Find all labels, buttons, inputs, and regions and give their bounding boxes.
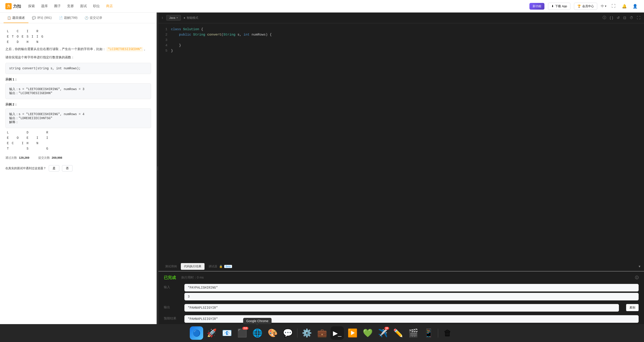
code-line-5: 5 } xyxy=(162,48,640,54)
submissions-icon: 🕐 xyxy=(84,16,88,20)
nav-item-jobs[interactable]: 职位 xyxy=(93,4,100,8)
output-row: 输出 "PAHNAPLSIIGYIR" 差别 xyxy=(164,304,639,312)
code-line-1: 1 class Solution { xyxy=(162,27,640,32)
fullscreen-icon[interactable]: ⛶ xyxy=(637,16,640,20)
expand-icon[interactable]: ⛶ xyxy=(610,3,617,10)
telegram-icon: ✈️ xyxy=(378,328,388,338)
problem-text-2: 请你实现这个将字符串进行指定行数变换的函数： xyxy=(5,55,151,60)
result-status: 已完成 执行用时：0 ms ⓘ xyxy=(164,275,639,280)
input-label: 输入 xyxy=(164,284,177,289)
dock-item-trash[interactable]: 🗑 xyxy=(441,326,454,340)
tab-solutions[interactable]: 📄 题解(799) xyxy=(55,16,81,23)
wechat-icon: 💚 xyxy=(363,328,373,338)
dock-item-outlook[interactable]: 📧 xyxy=(220,326,234,340)
nav-item-problems[interactable]: 题库 xyxy=(41,4,48,8)
dock-item-chrome[interactable]: Google Chrome 🌐 xyxy=(250,326,264,340)
language-selector[interactable]: 中 ▾ xyxy=(601,4,606,8)
panel-divider[interactable] xyxy=(157,12,158,324)
input-value-2: 3 xyxy=(184,293,639,301)
braces-icon[interactable]: { } xyxy=(610,16,613,20)
messages-icon: 💬 xyxy=(283,328,293,338)
ai-mode-toggle[interactable]: ● 智能模式 xyxy=(184,16,198,20)
no-button[interactable]: 否 xyxy=(62,165,72,171)
nav-item-shop[interactable]: 商店 xyxy=(106,4,113,8)
language-selector-editor[interactable]: Java ▾ xyxy=(166,15,181,20)
dock-separator-2 xyxy=(438,329,438,338)
tab-comments[interactable]: 💬 评论 (991) xyxy=(28,16,55,23)
launchpad-icon: 🚀 xyxy=(207,328,217,338)
pass-count-value: 129,269 xyxy=(19,156,29,159)
dock-item-terminal[interactable]: ▶_ xyxy=(330,326,344,340)
code-line-2: 2 public String convert(String s, int nu… xyxy=(162,32,640,37)
dock-item-telegram[interactable]: ✈️ 69 xyxy=(376,326,390,340)
tab-debugger[interactable]: 调试器 🔒 Beta xyxy=(206,263,235,270)
expected-value: "PAHNAPLSIIGYIR" xyxy=(184,315,639,323)
tab-exec-result[interactable]: 代码执行结果 xyxy=(181,263,204,270)
dock-item-paint[interactable]: 🎨 xyxy=(266,326,279,340)
main-layout: 📋 题目描述 💬 评论 (991) 📄 题解(799) 🕐 提交记录 L.C.I… xyxy=(0,12,644,324)
bottom-tabs: 测试用例 代码执行结果 调试器 🔒 Beta ▾ xyxy=(158,262,644,271)
zigzag-grid-top: L.C.I.R ETOESIIG E.D.H.N xyxy=(5,29,45,45)
right-panel: i Java ▾ ● 智能模式 ⓘ { } ↺ ⊡ ⏱ ⛶ 1 class S xyxy=(158,12,644,324)
dock-item-app16[interactable]: 📱 xyxy=(422,326,435,340)
chrome-icon: 🌐 xyxy=(252,328,262,338)
lock-icon: 🔒 xyxy=(219,265,223,268)
left-tabs: 📋 题目描述 💬 评论 (991) 📄 题解(799) 🕐 提交记录 xyxy=(0,12,156,23)
nav-item-contest[interactable]: 竞赛 xyxy=(67,4,74,8)
paint-icon: 🎨 xyxy=(268,328,278,338)
dock-item-wechat[interactable]: 💚 xyxy=(361,326,374,340)
expected-row: 预期结果 "PAHNAPLSIIGYIR" xyxy=(164,315,639,323)
outlook-icon: 📧 xyxy=(222,328,232,338)
status-info-icon[interactable]: ⓘ xyxy=(635,275,639,280)
diff-button[interactable]: 差别 xyxy=(626,304,639,311)
dock-item-system-prefs[interactable]: ⚙️ xyxy=(300,326,314,340)
tab-description[interactable]: 📋 题目描述 xyxy=(4,16,28,23)
input-value-1: "PAYPALISHIRING" xyxy=(184,284,639,292)
nav-item-explore[interactable]: 探索 xyxy=(28,4,35,8)
avatar-icon[interactable]: 👤 xyxy=(632,3,639,10)
dock-item-messages[interactable]: 💬 xyxy=(281,326,294,340)
code-line-3: 3 xyxy=(162,37,640,43)
dock-item-launchpad[interactable]: 🚀 xyxy=(205,326,218,340)
problem-text-1: 之后，你的输出需要从左往右逐行读取，产生出一个新的字符串，比如： "LCIRET… xyxy=(5,46,151,52)
code-editor[interactable]: 1 class Solution { 2 public String conve… xyxy=(158,23,644,262)
new-feature-button[interactable]: 新功能 xyxy=(530,3,544,9)
dock-item-app14[interactable]: ✏️ xyxy=(391,326,405,340)
tab-test-cases[interactable]: 测试用例 xyxy=(162,263,180,270)
solutions-icon: 📄 xyxy=(59,16,63,20)
dock-item-slack[interactable]: 💼 xyxy=(315,326,329,340)
slack-icon: 💼 xyxy=(317,328,327,338)
reset-icon[interactable]: ↺ xyxy=(617,16,620,20)
divider-dots xyxy=(157,167,158,170)
input-row: 输入 "PAYPALISHIRING" 3 xyxy=(164,284,639,301)
dock-item-app15[interactable]: 🎬 xyxy=(406,326,420,340)
terminal-icon[interactable]: ⊡ xyxy=(623,16,626,20)
info-toolbar-icon[interactable]: ⓘ xyxy=(602,15,606,20)
tab-submissions[interactable]: 🕐 提交记录 xyxy=(81,16,106,23)
example2-block: 输入：s = "LEETCODEISHIRING", numRows = 4 输… xyxy=(5,108,151,128)
infuse-icon: ▶️ xyxy=(348,328,358,338)
yes-button[interactable]: 是 xyxy=(49,165,59,171)
left-content: L.C.I.R ETOESIIG E.D.H.N 之后，你的输出需要从左往右逐行… xyxy=(0,23,156,324)
clock-icon[interactable]: ⏱ xyxy=(630,16,633,20)
dock: 🔵 🚀 📧 ⬛ 215 Google Chrome 🌐 🎨 💬 ⚙️ 💼 ▶_ … xyxy=(0,324,644,342)
terminal-icon-dock: ▶_ xyxy=(333,330,342,337)
submit-count-value: 269,998 xyxy=(52,156,62,159)
logo-text: 力扣 xyxy=(13,3,21,9)
comments-icon: 💬 xyxy=(32,16,36,20)
trash-icon: 🗑 xyxy=(444,328,452,338)
member-center-button[interactable]: 🏆 会员中心 xyxy=(574,3,597,10)
dock-item-finder[interactable]: 🔵 xyxy=(190,326,203,340)
dock-item-infuse[interactable]: ▶️ xyxy=(346,326,359,340)
nav-item-interview[interactable]: 面试 xyxy=(80,4,87,8)
logo[interactable]: 力 力扣 xyxy=(5,3,21,9)
dock-item-vscode[interactable]: ⬛ 215 xyxy=(236,326,249,340)
notification-icon[interactable]: 🔔 xyxy=(621,3,628,10)
app16-icon: 📱 xyxy=(424,328,434,338)
top-navigation: 力 力扣 探索 题库 圈子 竞赛 面试 职位 商店 新功能 ⬇ 下载 App 🏆… xyxy=(0,0,644,12)
nav-item-circle[interactable]: 圈子 xyxy=(54,4,61,8)
collapse-icon[interactable]: ▾ xyxy=(639,264,640,269)
download-app-button[interactable]: ⬇ 下载 App xyxy=(548,3,570,10)
left-panel: 📋 题目描述 💬 评论 (991) 📄 题解(799) 🕐 提交记录 L.C.I… xyxy=(0,12,157,324)
zigzag-grid-2: L...D...R E.O.E.I.I EC.IH.N.. T...S...G xyxy=(5,130,50,151)
